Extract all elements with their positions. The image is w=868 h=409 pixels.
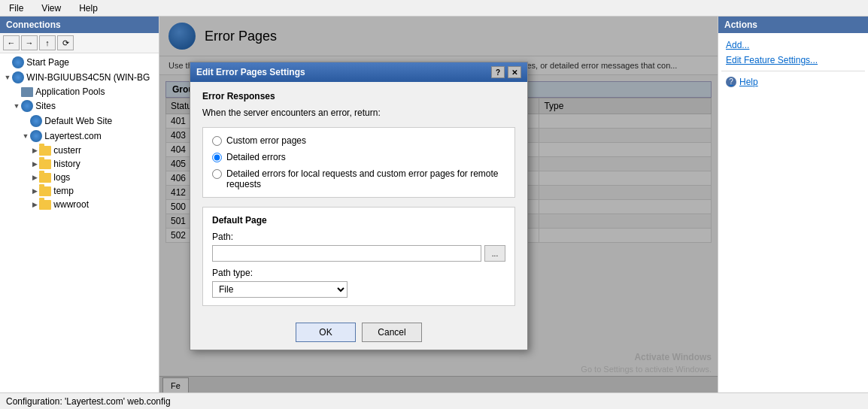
modal-desc: When the server encounters an error, ret… <box>202 108 515 118</box>
folder-icon-history <box>39 159 51 169</box>
sidebar: Connections ← → ↑ ⟳ Start Page ▼ WIN-BGI… <box>0 17 159 392</box>
action-edit-feature-settings[interactable]: Edit Feature Settings... <box>721 53 865 68</box>
folder-icon-logs <box>39 173 51 183</box>
modal-title: Edit Error Pages Settings <box>196 67 305 77</box>
folder-icon-temp <box>39 186 51 196</box>
radio-detailed-label: Detailed errors <box>226 152 286 162</box>
error-responses-title: Error Responses <box>202 91 515 101</box>
tree-item-logs[interactable]: ▶ logs <box>0 171 159 184</box>
tree-label-history: history <box>53 159 80 169</box>
action-help-label: Help <box>739 77 758 87</box>
tree-item-server[interactable]: ▼ WIN-BGIUUBS4C5N (WIN-BG <box>0 70 159 85</box>
status-bar: Configuration: 'Layertest.com' web.confi… <box>0 392 868 409</box>
refresh-button[interactable]: ⟳ <box>57 35 74 50</box>
sidebar-header: Connections <box>0 17 159 33</box>
tree-label-custerr: custerr <box>53 145 81 156</box>
main-container: Connections ← → ↑ ⟳ Start Page ▼ WIN-BGI… <box>0 17 868 392</box>
expand-arrow-sites: ▼ <box>12 101 21 111</box>
path-label: Path: <box>212 232 505 242</box>
expand-icon <box>3 58 12 67</box>
menu-file[interactable]: File <box>5 2 28 15</box>
radio-group: Custom error pages Detailed errors Detai… <box>202 127 515 198</box>
expand-arrow-logs: ▶ <box>30 173 39 182</box>
tree-item-wwwroot[interactable]: ▶ wwwroot <box>0 198 159 211</box>
list-icon <box>21 87 33 97</box>
path-type-select[interactable]: File ExecuteURL Redirect <box>212 281 348 298</box>
radio-detailed-custom-label: Detailed errors for local requests and c… <box>226 168 505 189</box>
action-add[interactable]: Add... <box>721 38 865 53</box>
ok-button[interactable]: OK <box>296 323 356 342</box>
expand-arrow-temp: ▶ <box>30 186 39 195</box>
modal-titlebar: Edit Error Pages Settings ? ✕ <box>190 62 527 82</box>
back-button[interactable]: ← <box>3 35 20 50</box>
modal-titlebar-buttons: ? ✕ <box>491 66 521 78</box>
cancel-button[interactable]: Cancel <box>362 323 422 342</box>
actions-header: Actions <box>718 17 868 33</box>
modal-overlay: Edit Error Pages Settings ? ✕ Error Resp… <box>159 17 718 392</box>
tree-label-logs: logs <box>53 172 70 183</box>
tree-label-temp: temp <box>53 186 74 196</box>
expand-arrow-wwwroot: ▶ <box>30 200 39 209</box>
up-button[interactable]: ↑ <box>39 35 56 50</box>
menu-help[interactable]: Help <box>74 2 102 15</box>
tree-label-layertest: Layertest.com <box>44 131 101 141</box>
tree-item-custerr[interactable]: ▶ custerr <box>0 144 159 157</box>
expand-arrow-layertest: ▼ <box>21 132 30 141</box>
modal-close-button[interactable]: ✕ <box>508 66 521 78</box>
forward-button[interactable]: → <box>21 35 38 50</box>
globe-icon-layertest <box>30 130 42 142</box>
modal-footer: OK Cancel <box>190 315 527 350</box>
radio-custom[interactable]: Custom error pages <box>212 135 505 146</box>
tree-item-sites[interactable]: ▼ Sites <box>0 98 159 114</box>
radio-custom-label: Custom error pages <box>226 135 306 146</box>
tree-label-app-pools: Application Pools <box>35 86 105 97</box>
tree-area: Start Page ▼ WIN-BGIUUBS4C5N (WIN-BG App… <box>0 53 159 392</box>
radio-detailed-custom-input[interactable] <box>212 169 222 179</box>
expand-arrow-server: ▼ <box>3 73 12 82</box>
tree-label-sites: Sites <box>35 101 56 111</box>
globe-icon-default-web <box>30 115 42 127</box>
globe-icon <box>12 56 24 68</box>
actions-panel: Actions Add... Edit Feature Settings... … <box>718 17 868 392</box>
content-area: Error Pages Use this feature to configur… <box>159 17 718 392</box>
radio-custom-input[interactable] <box>212 136 222 146</box>
path-input[interactable] <box>212 245 481 262</box>
tree-item-temp[interactable]: ▶ temp <box>0 184 159 198</box>
tree-label: Start Page <box>26 57 69 68</box>
actions-body: Add... Edit Feature Settings... ? Help <box>718 33 868 94</box>
default-page-title: Default Page <box>212 215 505 226</box>
radio-detailed-custom[interactable]: Detailed errors for local requests and c… <box>212 168 505 189</box>
sidebar-toolbar: ← → ↑ ⟳ <box>0 33 159 53</box>
menu-view[interactable]: View <box>37 2 65 15</box>
tree-item-layertest[interactable]: ▼ Layertest.com <box>0 129 159 144</box>
tree-label-server: WIN-BGIUUBS4C5N (WIN-BG <box>26 72 150 83</box>
radio-detailed[interactable]: Detailed errors <box>212 152 505 162</box>
tree-item-app-pools[interactable]: Application Pools <box>0 85 159 98</box>
tree-label-wwwroot: wwwroot <box>53 199 89 210</box>
folder-icon-custerr <box>39 146 51 156</box>
path-type-label: Path type: <box>212 268 505 278</box>
tree-item-history[interactable]: ▶ history <box>0 157 159 171</box>
menu-bar: File View Help <box>0 0 868 17</box>
action-help[interactable]: ? Help <box>721 74 865 89</box>
folder-icon-wwwroot <box>39 200 51 210</box>
path-row: ... <box>212 245 505 262</box>
radio-detailed-input[interactable] <box>212 153 222 162</box>
globe-icon-server <box>12 71 24 83</box>
default-page-section: Default Page Path: ... Path type: File E… <box>202 207 515 306</box>
expand-arrow-history: ▶ <box>30 159 39 168</box>
expand-arrow-app-pools <box>12 87 21 96</box>
actions-separator <box>721 71 865 71</box>
help-icon: ? <box>726 77 736 87</box>
globe-icon-sites <box>21 100 33 112</box>
modal-dialog: Edit Error Pages Settings ? ✕ Error Resp… <box>190 62 528 350</box>
expand-arrow-custerr: ▶ <box>30 146 39 155</box>
status-text: Configuration: 'Layertest.com' web.confi… <box>6 396 171 407</box>
modal-help-button[interactable]: ? <box>491 66 505 78</box>
modal-body: Error Responses When the server encounte… <box>190 82 527 315</box>
tree-item-start-page[interactable]: Start Page <box>0 55 159 70</box>
browse-button[interactable]: ... <box>484 245 505 262</box>
expand-arrow-default-web <box>21 117 30 126</box>
tree-label-default-web: Default Web Site <box>44 116 112 126</box>
tree-item-default-web-site[interactable]: Default Web Site <box>0 114 159 129</box>
